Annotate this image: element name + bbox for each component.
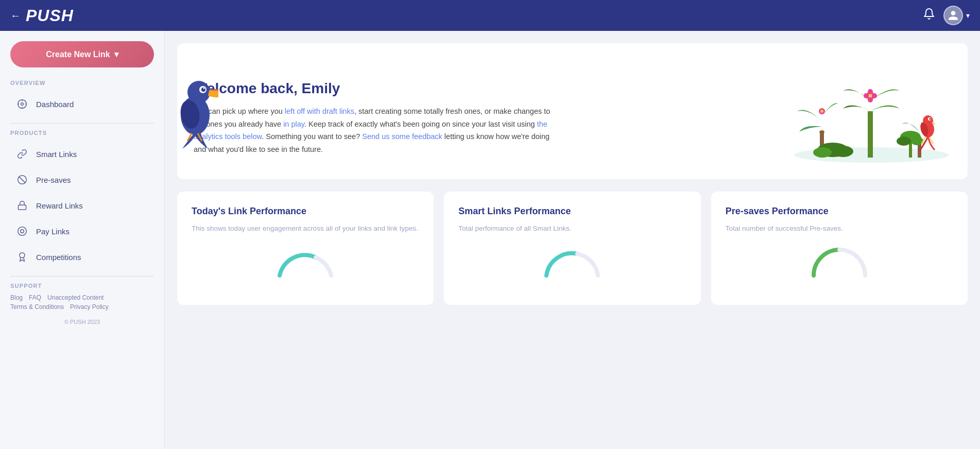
today-link-performance-desc: This shows today user engagement across …	[192, 223, 419, 234]
svg-point-36	[911, 137, 923, 145]
svg-point-10	[21, 230, 24, 233]
svg-point-24	[820, 110, 823, 113]
overview-section-label: OVERVIEW	[10, 80, 154, 86]
app-header: ← PUSH ▾	[0, 0, 980, 31]
unaccepted-content-link[interactable]: Unaccepted Content	[47, 294, 104, 301]
pre-saves-chart	[726, 245, 953, 281]
pay-links-icon	[15, 224, 29, 238]
svg-rect-25	[868, 111, 873, 158]
main-content: Welcome back, Emily You can pick up wher…	[165, 31, 980, 449]
sidebar-divider-1	[10, 123, 154, 124]
app-logo: PUSH	[26, 6, 923, 25]
terms-link[interactable]: Terms & Conditions	[10, 303, 64, 310]
sidebar-item-smart-links-label: Smart Links	[36, 150, 77, 159]
back-button[interactable]: ←	[10, 10, 21, 22]
pre-saves-icon	[15, 173, 29, 186]
products-section-label: PRODUCTS	[10, 130, 154, 136]
svg-point-22	[819, 130, 824, 133]
sidebar-item-dashboard-label: Dashboard	[36, 100, 74, 109]
create-new-link-button[interactable]: Create New Link ▾	[10, 41, 154, 67]
reward-links-icon	[15, 199, 29, 212]
svg-point-28	[868, 89, 873, 94]
svg-point-11	[20, 253, 25, 258]
pre-saves-performance-card: Pre-saves Performance Total number of su…	[711, 192, 968, 305]
sidebar-item-competitions-label: Competitions	[36, 253, 81, 262]
sidebar-divider-2	[10, 276, 154, 277]
sidebar-item-reward-links-label: Reward Links	[36, 201, 83, 210]
avatar-chevron-icon: ▾	[966, 11, 970, 20]
smart-links-performance-card: Smart Links Performance Total performanc…	[444, 192, 700, 305]
sidebar-item-pay-links[interactable]: Pay Links	[10, 218, 154, 244]
avatar-button[interactable]: ▾	[943, 6, 970, 25]
svg-point-46	[833, 146, 853, 157]
svg-point-16	[203, 88, 205, 90]
faq-link[interactable]: FAQ	[29, 294, 41, 301]
toucan-illustration	[177, 48, 218, 153]
svg-point-13	[187, 81, 210, 103]
support-section: SUPPORT Blog FAQ Unaccepted Content Term…	[10, 283, 154, 310]
sidebar-item-pre-saves-label: Pre-saves	[36, 176, 71, 184]
sidebar-item-reward-links[interactable]: Reward Links	[10, 193, 154, 218]
main-layout: Create New Link ▾ OVERVIEW Dashboard PRO…	[0, 31, 980, 449]
welcome-card: Welcome back, Emily You can pick up wher…	[177, 43, 968, 179]
svg-point-31	[864, 93, 869, 98]
today-link-performance-card: Today's Link Performance This shows toda…	[177, 192, 434, 305]
create-btn-label: Create New Link	[46, 50, 110, 59]
support-links-container: Blog FAQ Unaccepted Content Terms & Cond…	[10, 294, 154, 310]
cards-row: Today's Link Performance This shows toda…	[177, 192, 968, 305]
sidebar-item-dashboard[interactable]: Dashboard	[10, 91, 154, 117]
svg-point-27	[868, 94, 872, 98]
avatar	[943, 6, 963, 25]
sidebar-item-pay-links-label: Pay Links	[36, 227, 70, 236]
svg-point-40	[930, 118, 931, 120]
sidebar-item-pre-saves[interactable]: Pre-saves	[10, 167, 154, 193]
sidebar: Create New Link ▾ OVERVIEW Dashboard PRO…	[0, 31, 165, 449]
header-right-section: ▾	[923, 6, 970, 25]
privacy-link[interactable]: Privacy Policy	[70, 303, 109, 310]
svg-point-29	[872, 93, 877, 98]
notification-bell-icon[interactable]	[923, 8, 935, 23]
blog-link[interactable]: Blog	[10, 294, 23, 301]
sidebar-item-smart-links[interactable]: Smart Links	[10, 141, 154, 167]
create-btn-chevron: ▾	[114, 49, 118, 59]
sidebar-item-competitions[interactable]: Competitions	[10, 244, 154, 270]
dashboard-icon	[15, 97, 29, 111]
svg-rect-8	[19, 205, 26, 210]
smart-links-chart	[458, 245, 686, 281]
welcome-illustration	[786, 60, 951, 163]
support-section-label: SUPPORT	[10, 283, 154, 289]
pre-saves-performance-title: Pre-saves Performance	[726, 206, 953, 217]
smart-links-performance-title: Smart Links Performance	[458, 206, 686, 217]
svg-point-30	[868, 97, 873, 102]
welcome-title: Welcome back, Emily	[194, 80, 554, 97]
svg-point-9	[18, 227, 27, 236]
svg-point-1	[21, 103, 24, 106]
welcome-body: You can pick up where you left off with …	[194, 105, 554, 156]
svg-point-45	[813, 147, 832, 158]
smart-links-icon	[15, 147, 29, 161]
svg-line-7	[19, 177, 25, 183]
copyright-text: © PUSH 2023	[10, 319, 154, 333]
today-link-chart	[192, 245, 419, 281]
welcome-text-content: Welcome back, Emily You can pick up wher…	[194, 60, 554, 156]
pre-saves-performance-desc: Total number of successful Pre-saves.	[726, 223, 953, 234]
today-link-performance-title: Today's Link Performance	[192, 206, 419, 217]
competitions-icon	[15, 250, 29, 264]
smart-links-performance-desc: Total performance of all Smart Links.	[458, 223, 686, 234]
svg-point-35	[897, 136, 911, 146]
